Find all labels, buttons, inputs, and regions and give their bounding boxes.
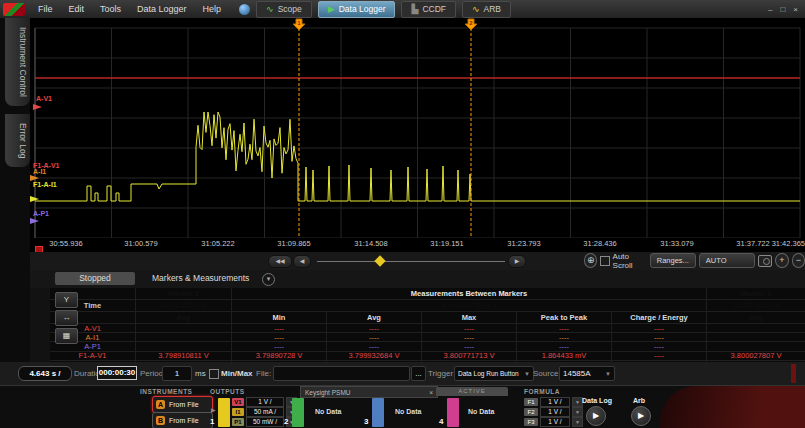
- cell: ----: [327, 342, 421, 350]
- arb-run-button[interactable]: ▶: [631, 406, 651, 426]
- minimize-button[interactable]: –: [768, 5, 772, 14]
- markers-measurements-tab[interactable]: Markers & Measurements: [152, 273, 249, 283]
- channel-3-bar: [372, 398, 384, 427]
- scroll-back-button[interactable]: ◀: [293, 255, 311, 268]
- instrument-status-icon[interactable]: [239, 4, 250, 15]
- menu-tools[interactable]: Tools: [92, 4, 129, 14]
- i1-range-field[interactable]: 50 mA /: [246, 407, 284, 417]
- marker-arrows-icon[interactable]: ↔: [55, 310, 78, 326]
- source-select[interactable]: 14585A ▼: [559, 366, 615, 381]
- f3-range-field[interactable]: 1 V /: [540, 417, 570, 427]
- expander-icon[interactable]: ▶: [211, 406, 216, 413]
- titlebar: File Edit Tools Data Logger Help ∿ Scope…: [0, 0, 805, 18]
- close-tab-icon[interactable]: ×: [429, 389, 433, 396]
- channel-2-number: 2: [284, 417, 288, 426]
- tab-arb[interactable]: ∿ ARB: [462, 1, 511, 18]
- tab-scope[interactable]: ∿ Scope: [256, 1, 312, 18]
- f2-badge[interactable]: F2: [524, 408, 538, 416]
- p1-range-field[interactable]: 50 mW /: [246, 417, 284, 427]
- duration-value[interactable]: 000:00:30: [97, 366, 137, 380]
- file-input[interactable]: [273, 366, 410, 381]
- left-sidebar: Instrument Control Error Log: [0, 18, 30, 362]
- tab-data-logger-label: Data Logger: [339, 4, 386, 14]
- status-row: Stopped Markers & Measurements ▾: [0, 270, 805, 288]
- period-input[interactable]: 1: [162, 366, 192, 381]
- trigger-select[interactable]: Data Log Run Button ▼: [454, 366, 534, 381]
- channel-4-bar: [447, 398, 459, 427]
- cell: ----: [612, 342, 706, 350]
- v1-range-field[interactable]: 1 V /: [246, 397, 284, 407]
- chart-canvas[interactable]: 12A-V1F1-A-V1A-I1F1-A-I1A-P1: [30, 18, 805, 238]
- cell: ----: [232, 333, 326, 341]
- sidebar-tab-instrument-control[interactable]: Instrument Control: [5, 18, 30, 106]
- cell: ----: [422, 324, 516, 332]
- cell: 3.799932684 V: [327, 352, 421, 360]
- time-tick: 31:28.436: [570, 239, 630, 248]
- dropdown-icon: ▼: [524, 371, 530, 377]
- app-window: File Edit Tools Data Logger Help ∿ Scope…: [0, 0, 805, 428]
- browse-button[interactable]: ...: [411, 366, 426, 381]
- cell: 3.800027807 V: [707, 352, 805, 360]
- auto-scroll-checkbox[interactable]: [600, 256, 609, 266]
- col-header-max: Max: [422, 312, 516, 323]
- active-tab[interactable]: ACTIVE: [436, 387, 508, 396]
- marker1-header: Marker 1: [136, 288, 231, 299]
- close-button[interactable]: ×: [793, 5, 798, 14]
- scroll-forward-button[interactable]: ▶: [508, 255, 526, 268]
- screenshot-icon[interactable]: [758, 255, 772, 267]
- status-badge: Stopped: [55, 272, 135, 285]
- zoom-out-icon[interactable]: −: [792, 253, 805, 268]
- timebase-select[interactable]: 4.643 s /: [18, 366, 72, 381]
- cell: [136, 333, 231, 341]
- tab-data-logger[interactable]: ▶ Data Logger: [318, 1, 396, 18]
- menu-help[interactable]: Help: [195, 4, 230, 14]
- trigger-value: Data Log Run Button: [458, 370, 519, 377]
- menu-edit[interactable]: Edit: [61, 4, 93, 14]
- row-label: F1-A-V1: [50, 352, 135, 360]
- f1-badge[interactable]: F1: [524, 398, 538, 406]
- marker-tool-icon[interactable]: Y: [55, 292, 78, 308]
- auto-scale-button[interactable]: AUTO SCALE: [699, 253, 755, 268]
- app-logo-icon: [3, 3, 25, 16]
- marker2-header: Marker 2: [707, 288, 805, 299]
- between-markers-header: Measurements Between Markers: [232, 288, 706, 299]
- cell: 3.798910811 V: [136, 352, 231, 360]
- from-file-a-button[interactable]: A From File: [152, 396, 213, 413]
- scroll-track[interactable]: [317, 261, 505, 262]
- f1-range-field[interactable]: 1 V /: [540, 397, 570, 407]
- channel-1-bar: [218, 398, 230, 427]
- sidebar-tab-error-log[interactable]: Error Log: [5, 114, 30, 167]
- restore-button[interactable]: □: [780, 5, 785, 14]
- menu-file[interactable]: File: [30, 4, 61, 14]
- data-log-run-button[interactable]: ▶: [586, 406, 606, 426]
- time-tick: 31:00.579: [111, 239, 171, 248]
- dropdown-icon[interactable]: ▼: [572, 417, 583, 427]
- minmax-checkbox[interactable]: [209, 369, 219, 379]
- cell: ----: [422, 333, 516, 341]
- scroll-rewind-button[interactable]: ◀◀: [268, 255, 292, 268]
- menu-data-logger[interactable]: Data Logger: [129, 4, 195, 14]
- scroll-thumb[interactable]: [374, 255, 385, 266]
- instrument-tab[interactable]: Keysight PSMU ×: [300, 386, 438, 398]
- grid-view-icon[interactable]: ▦: [55, 328, 78, 344]
- time-tick: 31:33.079: [647, 239, 707, 248]
- i1-badge: I1: [232, 408, 244, 416]
- cell: ----: [612, 352, 706, 360]
- f2-range-field[interactable]: 1 V /: [540, 407, 570, 417]
- waveform-chart[interactable]: 12A-V1F1-A-V1A-I1F1-A-I1A-P1: [30, 18, 805, 238]
- col-header-ptp: Peak to Peak: [517, 312, 611, 323]
- cell: ----: [517, 324, 611, 332]
- file-label: File:: [256, 369, 271, 378]
- ranges-button[interactable]: Ranges...: [650, 253, 696, 268]
- pan-icon[interactable]: ⊕: [584, 253, 597, 268]
- instruments-panel: INSTRUMENTS OUTPUTS Keysight PSMU × ACTI…: [0, 385, 805, 428]
- zoom-in-icon[interactable]: +: [775, 253, 788, 268]
- from-file-b-button[interactable]: B From File: [152, 412, 213, 428]
- channel-label: A-V1: [36, 95, 52, 102]
- chevron-down-icon[interactable]: ▾: [262, 273, 275, 286]
- accent-decoration: [791, 364, 796, 383]
- f3-badge[interactable]: F3: [524, 418, 538, 426]
- dropdown-icon[interactable]: ▼: [572, 407, 583, 417]
- v1-badge: V1: [232, 398, 244, 406]
- tab-ccdf[interactable]: ▙ CCDF: [401, 1, 456, 18]
